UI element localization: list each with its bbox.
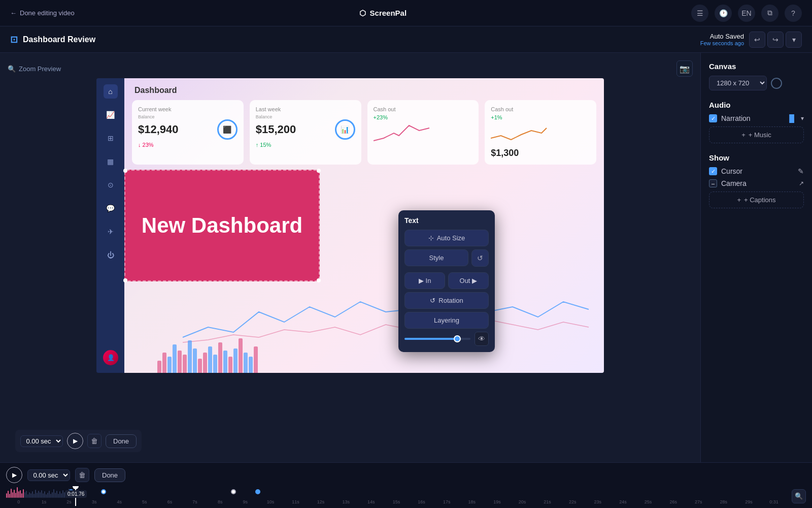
- redo-button[interactable]: ↪: [767, 31, 784, 48]
- ruler-mark-14s: 14s: [359, 499, 384, 504]
- cursor-edit-icon[interactable]: ✎: [798, 167, 804, 175]
- ruler-mark-15s: 15s: [384, 499, 409, 504]
- undo-button[interactable]: ↩: [749, 31, 765, 48]
- ruler-mark-28s: 28s: [711, 499, 736, 504]
- canvas-aspect-indicator: [771, 78, 782, 89]
- card1-value: $12,940: [138, 123, 179, 136]
- sidebar-alert-icon[interactable]: ⊙: [104, 178, 118, 192]
- opacity-slider[interactable]: [404, 338, 470, 340]
- ruler-mark-4s: 4s: [107, 499, 132, 504]
- out-button[interactable]: Out ▶: [448, 272, 489, 289]
- in-button[interactable]: ▶ In: [404, 272, 445, 289]
- canvas-size-dropdown[interactable]: 1280 x 720 1920 x 1080: [709, 76, 767, 90]
- dashboard-chart: [152, 292, 604, 373]
- time-display-timeline[interactable]: 0.00 sec: [27, 469, 70, 481]
- done-timeline-button[interactable]: Done: [94, 468, 125, 482]
- keyframe-3[interactable]: [231, 489, 236, 494]
- undo-redo-group: ↩ ↪ ▾: [749, 31, 802, 48]
- play-button-timeline[interactable]: ▶: [6, 467, 22, 483]
- dash-card-2: Last week Balance $15,200 📊 ↑ 15%: [250, 100, 361, 165]
- camera-checkbox[interactable]: –: [709, 179, 717, 187]
- card2-label: Last week: [256, 106, 355, 112]
- show-section-title: Show: [709, 153, 804, 162]
- visibility-button[interactable]: 👁: [475, 332, 489, 346]
- done-button[interactable]: Done: [106, 434, 137, 448]
- ruler-mark-27s: 27s: [686, 499, 711, 504]
- ruler-mark-18s: 18s: [459, 499, 485, 504]
- ruler-mark-25s: 25s: [635, 499, 661, 504]
- timeline-search-button[interactable]: 🔍: [792, 489, 806, 503]
- rotation-button[interactable]: ↺ Rotation: [404, 292, 489, 309]
- ruler-mark-11s: 11s: [283, 499, 309, 504]
- back-button[interactable]: ← Done editing video: [10, 9, 75, 17]
- dash-card-1: Current week Balance $12,940 ⬛ ↓ 23%: [132, 100, 244, 165]
- cursor-checkbox[interactable]: ✓: [709, 167, 717, 175]
- opacity-thumb: [454, 335, 461, 342]
- card1-sublabel: Balance: [138, 114, 238, 119]
- video-frame: ⌂ 📈 ⊞ ▦ ⊙ 💬 ✈ ⏻ Dashboard Current week B…: [96, 78, 604, 373]
- timeline-controls: ▶ 0.00 sec 🗑 Done: [0, 467, 812, 486]
- layers-icon-button[interactable]: ⧉: [761, 5, 779, 22]
- canvas-section-title: Canvas: [709, 62, 804, 71]
- timeline-track[interactable]: 0:01.76 0 1s 2s 3s 4s 5s 6s 7s 8s 9s 10s…: [0, 486, 812, 506]
- more-options-button[interactable]: ▾: [786, 31, 802, 48]
- keyframe-2[interactable]: [101, 489, 106, 494]
- layering-button[interactable]: Layering: [404, 312, 489, 329]
- help-icon-button[interactable]: ?: [785, 5, 802, 22]
- card3-chart: [374, 120, 434, 146]
- nav-actions: ☰ 🕐 EN ⧉ ?: [691, 5, 802, 22]
- ruler-mark-6s: 6s: [157, 499, 183, 504]
- sidebar-chart-icon[interactable]: 📈: [104, 108, 118, 122]
- sidebar-grid-icon[interactable]: ⊞: [104, 131, 118, 145]
- add-captions-button[interactable]: + + Captions: [709, 192, 804, 208]
- camera-expand-icon[interactable]: ↗: [799, 180, 804, 187]
- time-stepper[interactable]: 0.00 sec: [20, 435, 63, 447]
- dash-card-4: Cash out +1% $1,300: [485, 100, 596, 165]
- resize-handle-tl[interactable]: [123, 169, 127, 173]
- play-button-overlay[interactable]: ▶: [67, 433, 83, 449]
- overlay-text: New Dashboard: [142, 214, 302, 237]
- auto-size-button[interactable]: ⊹ Auto Size: [404, 230, 489, 246]
- dashboard-sidebar: ⌂ 📈 ⊞ ▦ ⊙ 💬 ✈ ⏻: [96, 78, 124, 373]
- language-icon-button[interactable]: EN: [738, 5, 755, 22]
- history-icon-button[interactable]: 🕐: [715, 5, 732, 22]
- out-icon: ▶: [472, 277, 477, 284]
- resize-handle-tr[interactable]: [317, 169, 321, 173]
- autosave-time: Few seconds ago: [700, 40, 744, 46]
- menu-icon-button[interactable]: ☰: [691, 5, 708, 22]
- auto-size-icon: ⊹: [428, 234, 434, 242]
- card1-change: ↓ 23%: [138, 142, 238, 148]
- ruler-mark-22s: 22s: [560, 499, 585, 504]
- main-content: 🔍 Zoom Preview 📷 ⌂ 📈 ⊞ ▦ ⊙ 💬 ✈ ⏻ Dashboa…: [0, 53, 812, 462]
- timeline-playhead[interactable]: 0:01.76: [75, 486, 76, 506]
- card1-label: Current week: [138, 106, 238, 112]
- style-button[interactable]: Style: [404, 249, 468, 266]
- keyframe-4[interactable]: [255, 489, 260, 494]
- resize-handle-bl[interactable]: [123, 278, 127, 282]
- ruler-mark-12s: 12s: [308, 499, 333, 504]
- pink-overlay-box[interactable]: New Dashboard: [124, 170, 320, 281]
- ruler-mark-3s: 3s: [82, 499, 107, 504]
- narration-checkbox[interactable]: ✓: [709, 114, 717, 122]
- sidebar-power-icon[interactable]: ⏻: [104, 248, 118, 262]
- screenshot-button[interactable]: 📷: [676, 60, 693, 77]
- ruler-mark-23s: 23s: [585, 499, 611, 504]
- sidebar-plane-icon[interactable]: ✈: [104, 225, 118, 239]
- sidebar-chat-icon[interactable]: 💬: [104, 201, 118, 215]
- ruler-mark-17s: 17s: [434, 499, 459, 504]
- dash-card-3: Cash out +23%: [367, 100, 479, 165]
- zoom-preview[interactable]: 🔍 Zoom Preview: [8, 65, 61, 73]
- add-music-button[interactable]: + + Music: [709, 126, 804, 143]
- delete-button-overlay[interactable]: 🗑: [87, 434, 101, 448]
- brand-icon: ⬡: [359, 9, 366, 18]
- delete-clip-button[interactable]: 🗑: [75, 468, 89, 482]
- style-reset-button[interactable]: ↺: [471, 249, 489, 267]
- sidebar-home-icon[interactable]: ⌂: [104, 84, 118, 99]
- auto-size-label: Auto Size: [437, 234, 465, 242]
- sidebar-bar-icon[interactable]: ▦: [104, 154, 118, 169]
- audio-section: Audio ✓ Narration ▐▌ ▾ + + Music: [709, 101, 804, 143]
- resize-handle-br[interactable]: [317, 278, 321, 282]
- narration-dropdown-arrow[interactable]: ▾: [801, 115, 804, 122]
- plus-music-icon: +: [741, 131, 746, 139]
- zoom-preview-label: Zoom Preview: [19, 65, 61, 73]
